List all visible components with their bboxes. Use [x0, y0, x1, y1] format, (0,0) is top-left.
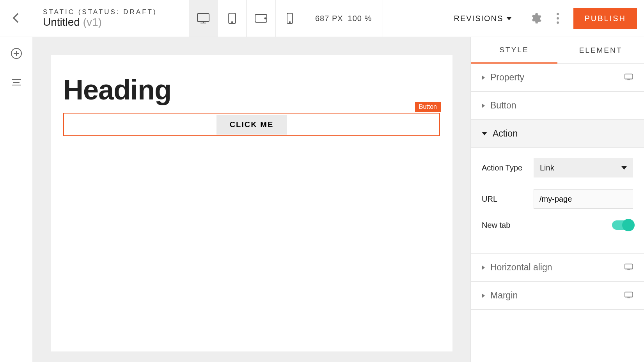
section-label: Horizontal align — [490, 262, 552, 273]
device-tablet-landscape[interactable] — [247, 0, 275, 37]
device-desktop[interactable] — [189, 0, 218, 37]
back-button[interactable] — [10, 11, 23, 26]
section-margin[interactable]: Margin — [471, 282, 644, 310]
toggle-knob — [622, 219, 635, 231]
section-horizontal-align[interactable]: Horizontal align — [471, 254, 644, 282]
desktop-icon — [197, 12, 210, 24]
selected-button-frame[interactable]: CLICK ME — [63, 113, 440, 136]
canvas-area[interactable]: Heading Button CLICK ME — [33, 37, 470, 362]
list-icon — [10, 76, 23, 89]
chevron-down-icon — [482, 132, 487, 135]
properties-panel: STYLE ELEMENT Property Button Action Act… — [470, 37, 644, 362]
responsive-icon — [624, 290, 633, 301]
chevron-right-icon — [482, 293, 485, 298]
annotation-arrow — [470, 232, 472, 268]
section-label: Action — [493, 128, 518, 139]
arrow-right-icon — [470, 232, 472, 252]
selected-element-wrapper: Button CLICK ME — [63, 113, 440, 136]
tablet-portrait-icon — [225, 12, 239, 24]
page-status: STATIC (STATUS: DRAFT) — [43, 8, 173, 16]
svg-point-6 — [265, 18, 266, 19]
svg-rect-0 — [197, 14, 209, 21]
left-rail — [0, 37, 33, 362]
plus-circle-icon — [10, 47, 23, 60]
section-property[interactable]: Property — [471, 64, 644, 92]
device-tablet-portrait[interactable] — [218, 0, 247, 37]
action-type-label: Action Type — [482, 163, 522, 172]
outline-button[interactable] — [10, 76, 23, 90]
svg-point-4 — [232, 21, 233, 23]
publish-button[interactable]: PUBLISH — [573, 8, 637, 29]
tablet-landscape-icon — [254, 12, 268, 24]
title-text: Untitled — [43, 16, 80, 28]
top-bar: STATIC (STATUS: DRAFT) Untitled (v1) 687… — [0, 0, 644, 37]
selection-tag: Button — [415, 102, 441, 112]
width-px: 687 PX — [315, 14, 343, 23]
url-input[interactable] — [534, 189, 633, 209]
svg-point-9 — [557, 13, 559, 15]
svg-point-11 — [557, 21, 559, 24]
chevron-right-icon — [482, 75, 485, 80]
panel-tabs: STYLE ELEMENT — [471, 37, 644, 64]
settings-button[interactable] — [522, 0, 549, 37]
svg-point-8 — [289, 21, 291, 23]
page-title-block: STATIC (STATUS: DRAFT) Untitled (v1) — [33, 0, 173, 37]
phone-icon — [283, 12, 296, 24]
svg-point-10 — [557, 17, 559, 20]
heading-element[interactable]: Heading — [63, 74, 440, 106]
tab-element[interactable]: ELEMENT — [557, 37, 644, 64]
action-type-value: Link — [540, 163, 554, 172]
responsive-icon — [624, 72, 633, 83]
chevron-right-icon — [482, 103, 485, 108]
more-menu[interactable] — [549, 0, 566, 37]
gear-icon — [529, 12, 542, 25]
page-canvas[interactable]: Heading Button CLICK ME — [51, 55, 452, 351]
chevron-down-icon — [506, 17, 512, 20]
dots-vertical-icon — [556, 12, 559, 25]
chevron-right-icon — [482, 265, 485, 270]
chevron-down-icon — [621, 166, 627, 170]
section-label: Property — [490, 72, 524, 83]
url-label: URL — [482, 195, 497, 204]
canvas-button-element[interactable]: CLICK ME — [216, 115, 287, 135]
section-label: Button — [490, 100, 516, 111]
section-label: Margin — [490, 290, 518, 301]
svg-marker-19 — [470, 234, 471, 250]
svg-rect-24 — [625, 292, 633, 297]
title-version: (v1) — [83, 16, 102, 28]
revisions-dropdown[interactable]: REVISIONS — [444, 0, 522, 37]
page-title: Untitled (v1) — [43, 16, 173, 28]
add-element-button[interactable] — [10, 47, 23, 61]
action-body: Action Type Link URL New tab — [471, 148, 644, 254]
svg-rect-22 — [625, 264, 633, 269]
device-tabs — [189, 0, 304, 37]
section-button[interactable]: Button — [471, 92, 644, 120]
canvas-dimensions: 687 PX 100 % — [304, 0, 383, 37]
tab-style[interactable]: STYLE — [471, 37, 557, 64]
new-tab-label: New tab — [482, 221, 510, 230]
revisions-label: REVISIONS — [454, 14, 503, 23]
arrow-left-icon — [10, 11, 23, 25]
action-type-select[interactable]: Link — [534, 158, 633, 177]
responsive-icon — [624, 262, 633, 273]
zoom-pct: 100 % — [348, 14, 372, 23]
new-tab-toggle[interactable] — [612, 220, 633, 230]
svg-rect-20 — [625, 74, 633, 79]
section-action[interactable]: Action — [471, 120, 644, 148]
device-phone[interactable] — [275, 0, 304, 37]
